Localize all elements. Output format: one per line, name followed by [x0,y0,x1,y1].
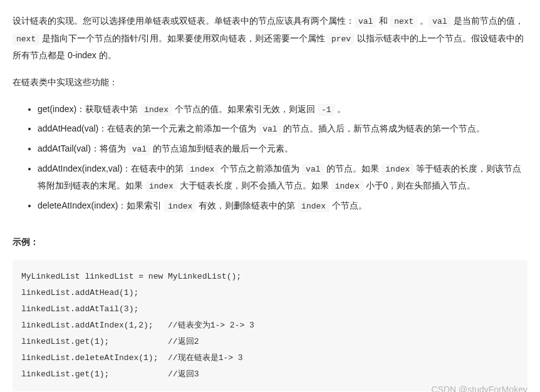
code-index: index [145,180,177,192]
intro-text: 和 [376,16,390,26]
example-code-block: MyLinkedList linkedList = new MyLinkedLi… [13,260,527,391]
list-item: addAtHead(val)：在链表的第一个元素之前添加一个值为 val 的节点… [38,120,527,138]
code-index: index [298,200,330,212]
code-val: val [128,143,150,155]
code-index: index [382,163,413,175]
intro-paragraph: 设计链表的实现。您可以选择使用单链表或双链表。单链表中的节点应该具有两个属性：v… [13,13,527,64]
example-label: 示例： [13,234,527,250]
item-text: 。 [335,104,346,114]
item-text: 大于链表长度，则不会插入节点。如果 [177,180,331,190]
item-text: 个节点的值。如果索引无效，则返回 [172,104,318,114]
item-text: addAtTail(val)：将值为 [38,143,128,153]
intro-text: 设计链表的实现。您可以选择使用单链表或双链表。单链表中的节点应该具有两个属性： [13,16,355,26]
example-label-text: 示例： [13,237,39,247]
item-text: 个节点之前添加值为 [218,163,302,173]
list-item: addAtIndex(index,val)：在链表中的第 index 个节点之前… [38,160,527,195]
code-next: next [13,33,39,45]
item-text: 的节点追加到链表的最后一个元素。 [150,143,293,153]
problem-description: 设计链表的实现。您可以选择使用单链表或双链表。单链表中的节点应该具有两个属性：v… [13,13,527,391]
item-text: 有效，则删除链表中的第 [196,200,298,210]
code-val: val [355,16,376,28]
code-val: val [259,123,281,135]
list-item: get(index)：获取链表中第 index 个节点的值。如果索引无效，则返回… [38,101,527,118]
list-item: deleteAtIndex(index)：如果索引 index 有效，则删除链表… [38,197,527,215]
item-text: 的节点。插入后，新节点将成为链表的第一个节点。 [281,123,485,133]
list-item: addAtTail(val)：将值为 val 的节点追加到链表的最后一个元素。 [38,140,527,158]
code-val: val [428,16,450,28]
function-list: get(index)：获取链表中第 index 个节点的值。如果索引无效，则返回… [13,101,527,215]
code-next: next [390,16,417,28]
item-text: 个节点。 [330,200,367,210]
code-val: val [302,163,324,175]
item-text: 小于0，则在头部插入节点。 [363,180,476,190]
intro-text: 。 [417,16,428,26]
intro-text: 是当前节点的值， [451,16,524,26]
subhead: 在链表类中实现这些功能： [13,74,527,91]
code-neg1: -1 [318,104,335,116]
code-index: index [331,180,363,192]
item-text: 的节点。如果 [325,163,382,173]
code-index: index [186,163,218,175]
code-index: index [140,104,172,116]
item-text: deleteAtIndex(index)：如果索引 [38,200,164,210]
item-text: addAtHead(val)：在链表的第一个元素之前添加一个值为 [38,123,259,133]
code-prev: prev [328,33,355,45]
item-text: addAtIndex(index,val)：在链表中的第 [38,163,186,173]
item-text: get(index)：获取链表中第 [38,104,140,114]
code-index: index [164,200,196,212]
intro-text: 是指向下一个节点的指针/引用。如果要使用双向链表，则还需要一个属性 [39,33,328,43]
